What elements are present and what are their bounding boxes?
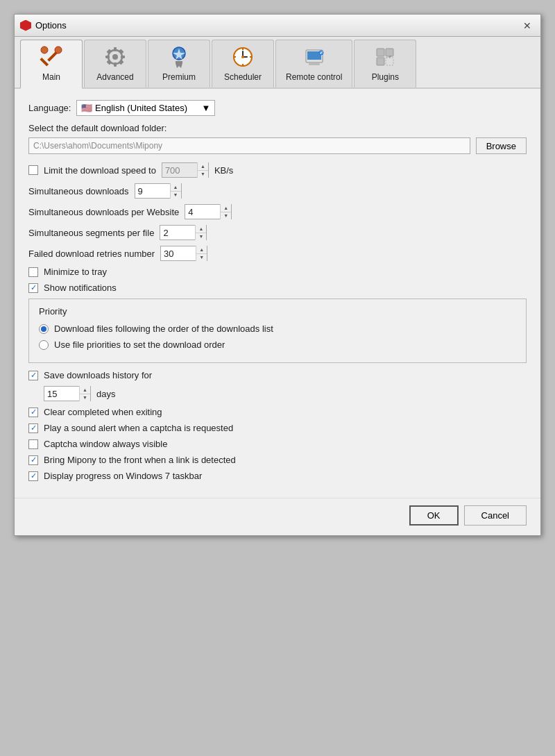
svg-point-5: [112, 54, 118, 60]
tabs-bar: Main Advanced: [15, 37, 540, 89]
history-days-input[interactable]: [44, 387, 79, 401]
options-window: Options ✕ Main: [14, 14, 541, 536]
limit-speed-down[interactable]: ▼: [198, 171, 208, 178]
failed-retries-arrows: ▲ ▼: [196, 246, 207, 261]
tab-premium[interactable]: Premium: [148, 40, 210, 87]
bring-front-label: Bring Mipony to the front when a link is…: [44, 455, 236, 465]
priority-file-label: Use file priorities to set the download …: [54, 339, 225, 350]
sim-website-down[interactable]: ▼: [221, 212, 231, 220]
failed-retries-row: Failed download retries number ▲ ▼: [28, 246, 527, 261]
failed-retries-spinbox: ▲ ▼: [160, 246, 207, 261]
limit-speed-checkbox[interactable]: [28, 165, 38, 175]
window-title: Options: [35, 20, 67, 31]
folder-path-input[interactable]: [28, 137, 470, 154]
tab-main[interactable]: Main: [20, 40, 83, 89]
svg-rect-9: [121, 56, 125, 58]
failed-retries-input[interactable]: [161, 246, 196, 260]
limit-speed-up[interactable]: ▲: [198, 162, 208, 171]
clear-completed-row: Clear completed when exiting: [28, 407, 527, 417]
priority-group: Priority Download files following the or…: [28, 299, 527, 363]
sound-alert-checkbox[interactable]: [28, 423, 38, 433]
footer: OK Cancel: [15, 498, 540, 535]
sim-segments-down[interactable]: ▼: [196, 233, 206, 241]
priority-title: Priority: [39, 306, 516, 317]
save-history-label: Save downloads history for: [44, 370, 152, 380]
sim-segments-input[interactable]: [160, 226, 195, 240]
display-progress-checkbox[interactable]: [28, 471, 38, 481]
limit-speed-unit: KB/s: [214, 165, 233, 176]
show-notifications-checkbox[interactable]: [28, 283, 38, 293]
main-tab-icon: [39, 44, 64, 69]
sim-downloads-up[interactable]: ▲: [171, 183, 181, 192]
svg-rect-6: [114, 47, 117, 51]
sim-segments-label: Simultaneous segments per file: [28, 228, 154, 238]
close-button[interactable]: ✕: [520, 18, 535, 33]
history-days-up[interactable]: ▲: [80, 386, 90, 394]
save-history-checkbox[interactable]: [28, 371, 38, 380]
sim-per-website-spinbox: ▲ ▼: [185, 204, 232, 219]
priority-order-radio[interactable]: [39, 324, 49, 334]
priority-file-radio[interactable]: [39, 340, 49, 350]
language-select[interactable]: 🇺🇸 English (United States) ▼: [76, 100, 215, 116]
limit-speed-input[interactable]: [162, 163, 197, 177]
tab-scheduler-label: Scheduler: [224, 72, 262, 82]
plugins-tab-icon: [373, 44, 398, 69]
sim-website-up[interactable]: ▲: [221, 204, 231, 212]
captcha-visible-label: Captcha window always visible: [44, 439, 167, 449]
sim-segments-row: Simultaneous segments per file ▲ ▼: [28, 225, 527, 240]
sim-per-website-input[interactable]: [185, 205, 220, 219]
browse-button[interactable]: Browse: [476, 137, 527, 154]
sim-downloads-down[interactable]: ▼: [171, 192, 181, 199]
history-days-spinbox: ▲ ▼: [44, 386, 91, 401]
svg-rect-11: [119, 49, 123, 53]
svg-rect-10: [106, 49, 111, 53]
tab-plugins[interactable]: Plugins: [354, 40, 416, 87]
captcha-visible-row: Captcha window always visible: [28, 439, 527, 449]
minimize-tray-checkbox[interactable]: [28, 267, 38, 277]
premium-tab-icon: [166, 44, 191, 69]
svg-point-25: [241, 56, 244, 58]
svg-rect-34: [377, 58, 384, 65]
sound-alert-row: Play a sound alert when a captcha is req…: [28, 423, 527, 433]
language-row: Language: 🇺🇸 English (United States) ▼: [28, 100, 527, 116]
svg-rect-7: [114, 62, 117, 67]
svg-rect-35: [386, 58, 393, 65]
svg-rect-12: [106, 60, 111, 65]
main-content: Language: 🇺🇸 English (United States) ▼ S…: [15, 89, 540, 498]
tab-scheduler[interactable]: Scheduler: [212, 40, 274, 87]
folder-section-label: Select the default download folder:: [28, 123, 527, 133]
tab-advanced[interactable]: Advanced: [84, 40, 146, 87]
simultaneous-downloads-input[interactable]: [135, 184, 170, 198]
tab-main-label: Main: [42, 72, 60, 82]
scheduler-tab-icon: [230, 44, 255, 69]
sim-per-website-row: Simultaneous downloads per Website ▲ ▼: [28, 204, 527, 219]
simultaneous-downloads-spinbox: ▲ ▼: [135, 183, 182, 199]
priority-order-row: Download files following the order of th…: [39, 324, 516, 334]
tab-remote-control[interactable]: Remote control: [275, 40, 352, 87]
simultaneous-downloads-arrows: ▲ ▼: [170, 183, 181, 199]
clear-completed-checkbox[interactable]: [28, 408, 38, 417]
footer-buttons: OK Cancel: [15, 498, 540, 535]
folder-row: Browse: [28, 137, 527, 154]
history-days-down[interactable]: ▼: [80, 394, 90, 402]
remote-tab-icon: [302, 44, 327, 69]
sim-segments-spinbox: ▲ ▼: [160, 225, 207, 240]
limit-speed-spinbox: ▲ ▼: [162, 162, 209, 178]
save-history-row: Save downloads history for: [28, 370, 527, 380]
limit-speed-row: Limit the download speed to ▲ ▼ KB/s: [28, 162, 527, 178]
failed-retries-label: Failed download retries number: [28, 249, 155, 259]
bring-front-checkbox[interactable]: [28, 455, 38, 465]
svg-rect-28: [309, 63, 320, 65]
failed-retries-down[interactable]: ▼: [196, 254, 207, 262]
sim-segments-up[interactable]: ▲: [196, 225, 206, 233]
ok-button[interactable]: OK: [409, 505, 459, 526]
history-days-arrows: ▲ ▼: [79, 386, 90, 401]
history-days-row: ▲ ▼ days: [44, 386, 527, 401]
tab-premium-label: Premium: [162, 72, 196, 82]
captcha-visible-checkbox[interactable]: [28, 439, 38, 449]
cancel-button[interactable]: Cancel: [464, 505, 527, 526]
svg-point-2: [41, 47, 48, 53]
display-progress-row: Display progress on Windows 7 taskbar: [28, 471, 527, 481]
show-notifications-row: Show notifications: [28, 283, 527, 293]
failed-retries-up[interactable]: ▲: [196, 246, 207, 254]
